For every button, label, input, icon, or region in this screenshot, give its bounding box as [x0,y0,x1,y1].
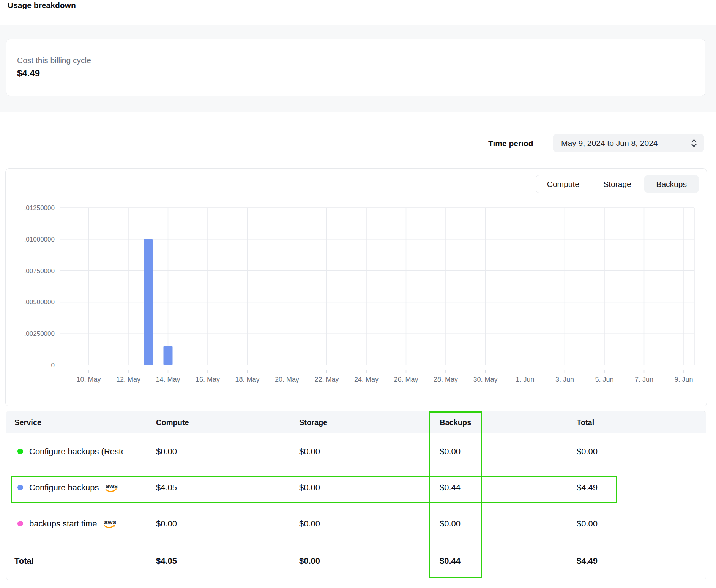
aws-icon: aws [103,518,117,529]
service-cell: Configure backups (Resto [6,447,156,457]
table-header: ServiceComputeStorageBackupsTotal [6,411,706,433]
total-value: $0.00 [577,447,706,457]
selector-chevrons-icon [690,138,698,149]
bar-14-may [164,346,173,365]
x-axis-tick-label: 22. May [314,376,339,383]
service-name: backups start time [29,519,97,529]
backups-value: $0.00 [440,447,577,457]
table-row: backups start time aws $0.00$0.00$0.00$0… [6,506,706,542]
compute-value: $0.00 [156,519,299,529]
aws-icon: aws [104,482,118,493]
x-axis-tick-label: 20. May [275,376,299,383]
series-dot-icon [17,521,23,526]
y-axis-tick-label: .00250000 [24,330,55,337]
tab-compute[interactable]: Compute [536,175,590,193]
svg-text:aws: aws [104,518,116,526]
usage-table: ServiceComputeStorageBackupsTotal Config… [6,411,706,580]
backups-value: $0.00 [440,519,577,529]
y-axis-tick-label: .01250000 [24,204,55,212]
column-header-backups: Backups [440,418,577,427]
y-axis-tick-label: .01000000 [24,236,55,243]
storage-value: $0.00 [299,483,440,493]
storage-value: $0.00 [299,447,440,457]
column-header-storage: Storage [299,418,440,427]
x-axis-tick-label: 16. May [196,376,220,383]
x-axis-tick-label: 9. Jun [674,376,693,383]
total-compute-value: $4.05 [156,556,299,566]
y-axis-tick-label: 0 [51,362,55,369]
series-dot-icon [17,485,23,490]
page-title: Usage breakdown [8,1,76,10]
y-axis-tick-label: .00500000 [24,299,55,306]
x-axis-tick-label: 3. Jun [555,376,574,383]
y-axis-tick-label: .00750000 [24,267,55,275]
x-axis-tick-label: 30. May [473,376,497,383]
x-axis-tick-label: 18. May [235,376,259,383]
series-dot-icon [17,449,23,454]
table-row: Configure backups (Resto$0.00$0.00$0.00$… [6,433,706,469]
usage-bar-chart: .01250000.01000000.00750000.00500000.002… [6,169,707,406]
total-total-value: $4.49 [577,556,706,566]
chart-tab-group: ComputeStorageBackups [536,175,699,193]
service-cell: Configure backups aws [6,482,156,493]
service-cell: backups start time aws [6,518,156,529]
column-header-compute: Compute [156,418,299,427]
storage-value: $0.00 [299,519,440,529]
column-header-service: Service [6,418,156,427]
compute-value: $4.05 [156,483,299,493]
x-axis-tick-label: 7. Jun [635,376,653,383]
service-name: Configure backups (Resto [29,447,124,457]
total-value: $4.49 [577,483,706,493]
total-backups-value: $0.44 [440,556,577,566]
table-row: Configure backups aws $4.05$0.00$0.44$4.… [6,469,706,506]
table-total-row: Total$4.05$0.00$0.44$4.49 [6,542,706,580]
total-value: $0.00 [577,519,706,529]
x-axis-tick-label: 28. May [434,376,458,383]
x-axis-tick-label: 12. May [116,376,140,383]
tab-storage[interactable]: Storage [590,175,645,193]
x-axis-tick-label: 14. May [156,376,180,383]
service-name: Configure backups [29,483,99,493]
x-axis-tick-label: 10. May [76,376,101,383]
tab-backups[interactable]: Backups [644,175,699,193]
total-storage-value: $0.00 [299,556,440,566]
column-header-total: Total [577,418,706,427]
bar-13-may [144,239,153,365]
total-label: Total [6,556,156,566]
svg-text:aws: aws [106,482,118,490]
backups-value: $0.44 [440,483,577,493]
x-axis-tick-label: 24. May [354,376,379,383]
summary-band: Cost this billing cycle $4.49 [0,25,716,112]
compute-value: $0.00 [156,447,299,457]
x-axis-tick-label: 1. Jun [516,376,534,383]
cost-value: $4.49 [17,68,40,79]
time-period-select[interactable]: May 9, 2024 to Jun 8, 2024 [553,134,704,152]
time-period-value: May 9, 2024 to Jun 8, 2024 [561,139,658,148]
x-axis-tick-label: 5. Jun [595,376,613,383]
cost-card: Cost this billing cycle $4.49 [6,39,705,96]
cost-label: Cost this billing cycle [17,56,91,65]
x-axis-tick-label: 26. May [394,376,418,383]
chart-card: ComputeStorageBackups .01250000.01000000… [5,168,707,406]
time-period-label: Time period [488,139,533,148]
